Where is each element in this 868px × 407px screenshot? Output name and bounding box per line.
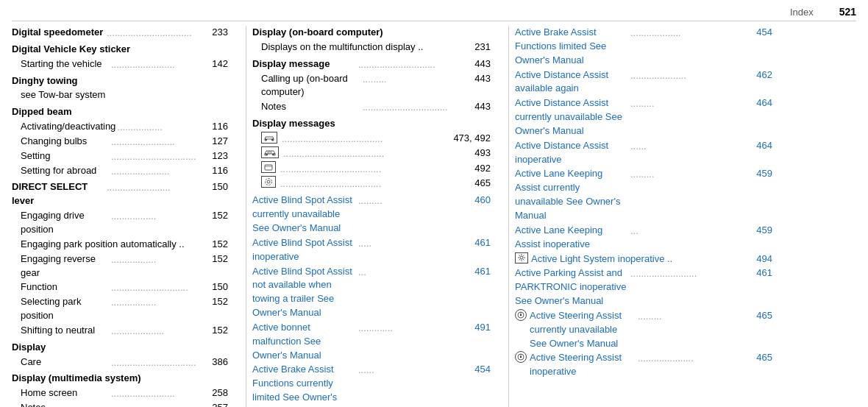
steering-icon-1	[515, 309, 527, 321]
direct-select-title: DIRECT SELECT lever	[12, 180, 105, 208]
icon-key-box	[261, 161, 276, 173]
svg-point-19	[520, 314, 522, 316]
svg-point-7	[267, 180, 270, 183]
col-divider-2	[508, 26, 509, 407]
digital-speedometer-title: Digital speedometer	[12, 26, 105, 40]
dinghy-towing-title: Dinghy towing	[12, 74, 228, 88]
dvks-sub1: Starting the vehicle	[21, 57, 110, 71]
entry-display-onboard: Display (on-board computer) Displays on …	[252, 26, 491, 54]
asa-inoperative: Active Steering Assist inoperative .....…	[515, 351, 772, 379]
dipped-beam-sub1: Activating/deactivating	[21, 120, 115, 134]
dipped-beam-sub4: Setting for abroad	[21, 164, 110, 178]
aba-functions-currently: Active Brake Assist Functions currently …	[252, 363, 491, 407]
entry-digital-vehicle-key-sticker: Digital Vehicle Key sticker Starting the…	[12, 43, 228, 71]
abs-towing: Active Blind Spot Assist not available w…	[252, 265, 491, 320]
index-columns: Digital speedometer ....................…	[12, 26, 856, 407]
display-onboard-title: Display (on-board computer)	[252, 26, 491, 40]
column-3: Active Brake Assist Functions limited Se…	[515, 26, 772, 407]
ada-inoperative: Active Distance Assist inoperative .....…	[515, 139, 772, 167]
col-divider-1	[246, 26, 246, 407]
apa-parktronic: Active Parking Assist and PARKTRONIC ino…	[515, 266, 772, 308]
svg-point-1	[271, 139, 273, 141]
dm-sub2: Notes	[21, 401, 110, 407]
svg-point-22	[520, 356, 522, 358]
digital-vehicle-key-sticker-title: Digital Vehicle Key sticker	[12, 43, 228, 57]
svg-point-3	[272, 154, 274, 155]
dm-sub1: Home screen	[21, 386, 110, 400]
entry-display-message: Display message ........................…	[252, 57, 491, 114]
dipped-beam-title: Dipped beam	[12, 105, 228, 119]
display-title: Display	[12, 341, 228, 355]
abs-inoperative: Active Blind Spot Assist inoperative ...…	[252, 236, 491, 264]
svg-point-0	[266, 139, 267, 141]
icon-car-box	[261, 132, 277, 144]
dsl-sub2: Engaging park position automatically ..	[21, 238, 202, 252]
dsl-sub5: Selecting park position	[21, 295, 110, 323]
dsl-sub4: Function	[21, 280, 110, 294]
alka-currently: Active Lane Keeping Assist currently una…	[515, 167, 772, 222]
icon-gear-box	[261, 176, 276, 188]
dmsg-sub2: Notes	[261, 100, 361, 114]
display-message-title: Display message	[252, 57, 357, 71]
entry-display-multimedia: Display (multimedia system) Home screen …	[12, 372, 228, 407]
entry-display-messages: Display messages .......................…	[252, 117, 491, 407]
entry-dinghy-towing: Dinghy towing see Tow-bar system	[12, 74, 228, 103]
active-bonnet: Active bonnet malfunction See Owner's Ma…	[252, 321, 491, 363]
steering-icon-2	[515, 351, 527, 363]
page-container: Index 521 Digital speedometer ..........…	[0, 0, 868, 407]
digital-speedometer-page: 233	[202, 26, 228, 40]
column-1: Digital speedometer ....................…	[12, 26, 240, 407]
index-label: Index	[790, 7, 814, 18]
svg-line-17	[523, 255, 524, 256]
svg-line-16	[519, 259, 521, 261]
svg-rect-4	[268, 152, 271, 153]
light-icon	[515, 252, 528, 263]
svg-rect-5	[265, 165, 272, 170]
dsl-sub3: Engaging reverse gear	[21, 252, 110, 280]
svg-point-2	[266, 154, 268, 155]
column-2: Display (on-board computer) Displays on …	[252, 26, 502, 407]
dmsg-sub1: Calling up (on-board computer)	[261, 72, 361, 100]
svg-point-9	[520, 256, 523, 259]
asa-currently: Active Steering Assist currently unavail…	[515, 309, 772, 351]
entry-display: Display Care ...........................…	[12, 341, 228, 369]
page-number: 521	[839, 6, 856, 18]
entry-digital-speedometer: Digital speedometer ....................…	[12, 26, 228, 40]
abs-currently: Active Blind Spot Assist currently unava…	[252, 194, 491, 236]
ada-available: Active Distance Assist available again .…	[515, 68, 772, 96]
dsl-sub1: Engaging drive position	[21, 209, 110, 237]
als-inoperative: Active Light System inoperative .. 494	[515, 252, 772, 266]
svg-line-14	[519, 255, 521, 256]
svg-line-15	[523, 259, 524, 261]
ada-currently: Active Distance Assist currently unavail…	[515, 96, 772, 138]
dipped-beam-sub2: Changing bulbs	[21, 135, 110, 149]
display-multimedia-title: Display (multimedia system)	[12, 372, 228, 386]
aba-functions-limited: Active Brake Assist Functions limited Se…	[515, 26, 772, 68]
dipped-beam-sub3: Setting	[21, 149, 110, 163]
svg-point-8	[266, 179, 272, 185]
display-sub1: Care	[21, 355, 110, 369]
entry-direct-select: DIRECT SELECT lever ....................…	[12, 180, 228, 337]
page-header: Index 521	[12, 6, 856, 21]
icon-car2-box	[261, 146, 279, 158]
alka-inoperative: Active Lane Keeping Assist inoperative .…	[515, 224, 772, 252]
dinghy-towing-sub1: see Tow-bar system	[21, 88, 228, 102]
dsl-sub6: Shifting to neutral	[21, 324, 110, 338]
display-messages-title: Display messages	[252, 117, 491, 131]
dob-sub1: Displays on the multifunction display ..	[261, 40, 464, 54]
entry-dipped-beam: Dipped beam Activating/deactivating ....…	[12, 105, 228, 177]
